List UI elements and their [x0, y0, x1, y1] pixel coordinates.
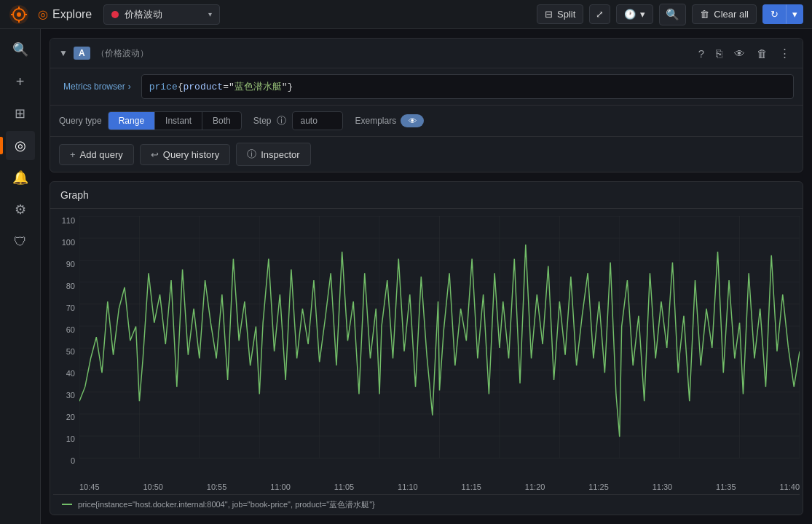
- add-icon: +: [16, 74, 25, 90]
- legend-text: price{instance="host.docker.internal:800…: [78, 499, 375, 510]
- share-icon: ⤢: [596, 9, 604, 20]
- query-type-range[interactable]: Range: [109, 112, 155, 130]
- query-help-button[interactable]: ?: [695, 45, 708, 62]
- sidebar-item-alerts[interactable]: 🔔: [6, 163, 35, 192]
- query-type-group: Range Instant Both: [108, 111, 242, 130]
- main-layout: 🔍 + ⊞ ◎ 🔔 ⚙ 🛡 ▼ A （价格波动）: [0, 29, 812, 524]
- svg-point-2: [17, 12, 21, 17]
- exemplars-toggle[interactable]: 👁: [401, 114, 424, 127]
- step-input[interactable]: [292, 111, 343, 130]
- clear-all-button[interactable]: 🗑 Clear all: [692, 4, 757, 24]
- query-copy-button[interactable]: ⎘: [712, 45, 726, 62]
- query-delete-button[interactable]: 🗑: [753, 45, 771, 62]
- action-row: + Add query ↩ Query history ⓘ Inspector: [50, 137, 803, 172]
- run-query-button[interactable]: ↻: [762, 4, 786, 24]
- query-type-both[interactable]: Both: [202, 112, 241, 130]
- query-type-row: Query type Range Instant Both Step ⓘ Exe…: [50, 106, 803, 137]
- query-history-button[interactable]: ↩ Query history: [140, 144, 230, 165]
- chart-container: 110 100 90 80 70 60 50 40 30 20 10 0: [53, 216, 800, 480]
- history-icon: ↩: [151, 149, 159, 160]
- topbar: ◎ Explore 价格波动 ▾ ⊟ Split ⤢ 🕐 ▾ 🔍 🗑 Clear…: [0, 0, 812, 29]
- y-axis: 110 100 90 80 70 60 50 40 30 20 10 0: [53, 216, 79, 480]
- run-query-chevron[interactable]: ▾: [786, 4, 803, 24]
- inspector-icon: ⓘ: [247, 148, 256, 161]
- collapse-button[interactable]: ▼: [59, 48, 68, 58]
- query-header-actions: ? ⎘ 👁 🗑 ⋮: [695, 44, 794, 62]
- query-header: ▼ A （价格波动） ? ⎘ 👁 🗑 ⋮: [50, 39, 803, 68]
- query-datasource-name: （价格波动）: [96, 47, 149, 60]
- chevron-down-icon: ▾: [208, 10, 212, 18]
- split-button[interactable]: ⊟ Split: [537, 4, 583, 24]
- plus-icon: +: [70, 149, 76, 160]
- query-panel: ▼ A （价格波动） ? ⎘ 👁 🗑 ⋮ Metrics browser ›: [50, 38, 803, 172]
- sidebar-item-search[interactable]: 🔍: [6, 35, 35, 64]
- zoom-out-button[interactable]: 🔍: [659, 4, 686, 25]
- chart-svg: [79, 216, 800, 480]
- refresh-icon: ↻: [770, 9, 779, 20]
- metrics-browser-button[interactable]: Metrics browser ›: [59, 79, 135, 94]
- time-picker-button[interactable]: 🕐 ▾: [616, 4, 653, 24]
- query-more-button[interactable]: ⋮: [776, 44, 794, 62]
- sidebar-item-shield[interactable]: 🛡: [6, 227, 35, 256]
- x-axis: 10:45 10:50 10:55 11:00 11:05 11:10 11:1…: [53, 480, 800, 494]
- chevron-down-icon: ▾: [640, 9, 645, 20]
- gear-icon: ⚙: [15, 202, 26, 218]
- query-type-label: Query type: [59, 116, 102, 126]
- exemplars-label: Exemplars: [355, 116, 396, 126]
- dashboards-icon: ⊞: [15, 106, 25, 122]
- datasource-selector[interactable]: 价格波动 ▾: [103, 4, 220, 25]
- search-icon: 🔍: [12, 41, 28, 57]
- sidebar: 🔍 + ⊞ ◎ 🔔 ⚙ 🛡: [0, 29, 41, 524]
- trash-icon: 🗑: [700, 9, 709, 20]
- sidebar-item-settings[interactable]: ⚙: [6, 195, 35, 224]
- graph-area: 110 100 90 80 70 60 50 40 30 20 10 0: [50, 209, 803, 512]
- share-button[interactable]: ⤢: [589, 4, 610, 24]
- add-query-button[interactable]: + Add query: [59, 144, 134, 165]
- query-visible-button[interactable]: 👁: [730, 45, 749, 62]
- query-label: A: [74, 47, 90, 60]
- explore-icon: ◎: [15, 138, 26, 154]
- step-label: Step: [253, 116, 272, 126]
- legend-color: [62, 504, 72, 505]
- exemplars-row: Exemplars 👁: [355, 114, 424, 127]
- bell-icon: 🔔: [12, 170, 28, 186]
- zoom-out-icon: 🔍: [666, 8, 679, 21]
- graph-panel: Graph 110 100 90 80 70 60 50 40 30 20 10: [50, 181, 803, 515]
- split-icon: ⊟: [545, 9, 553, 20]
- chart-plot: [79, 216, 800, 480]
- graph-title: Graph: [50, 182, 803, 209]
- explore-compass-icon: ◎: [38, 7, 48, 21]
- clock-icon: 🕐: [624, 9, 636, 20]
- ds-name: 价格波动: [125, 8, 162, 21]
- main-content: ▼ A （价格波动） ? ⎘ 👁 🗑 ⋮ Metrics browser ›: [41, 29, 812, 524]
- step-info-icon: ⓘ: [277, 114, 286, 127]
- sidebar-item-add[interactable]: +: [6, 67, 35, 96]
- chevron-right-icon: ›: [128, 82, 131, 92]
- sidebar-item-explore[interactable]: ◎: [6, 131, 35, 160]
- run-query-group: ↻ ▾: [762, 4, 803, 24]
- metrics-row: Metrics browser › price{product="蓝色潜水艇"}: [50, 68, 803, 106]
- sidebar-item-dashboards[interactable]: ⊞: [6, 99, 35, 128]
- grafana-logo: [9, 4, 29, 25]
- query-input[interactable]: price{product="蓝色潜水艇"}: [141, 74, 794, 99]
- shield-icon: 🛡: [14, 234, 27, 250]
- legend: price{instance="host.docker.internal:800…: [53, 494, 800, 515]
- ds-status-dot: [111, 11, 119, 18]
- explore-title: ◎ Explore: [38, 7, 92, 21]
- inspector-button[interactable]: ⓘ Inspector: [236, 143, 310, 166]
- chevron-down-icon: ▾: [792, 9, 797, 20]
- query-type-instant[interactable]: Instant: [155, 112, 202, 130]
- metric-name: price: [149, 82, 178, 92]
